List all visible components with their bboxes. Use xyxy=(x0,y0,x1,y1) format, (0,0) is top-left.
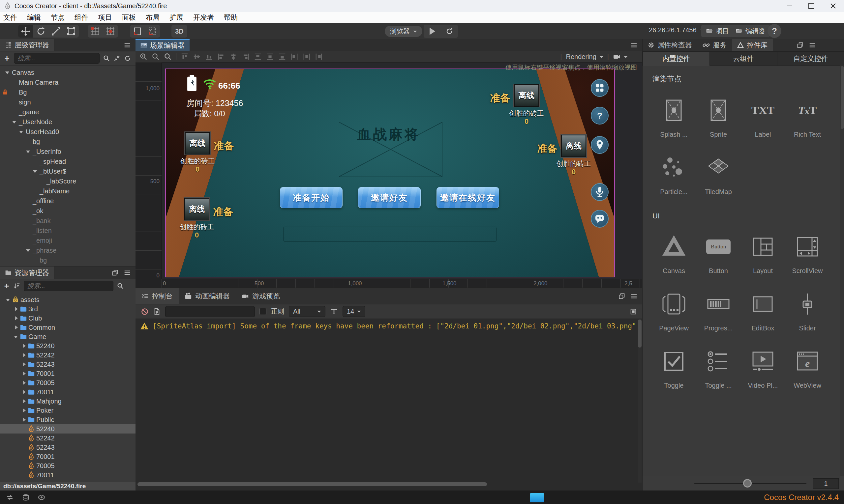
expand-arrow-icon[interactable] xyxy=(14,307,20,311)
asset-node-70005[interactable]: 70005 xyxy=(0,378,136,388)
align-tool-icon[interactable] xyxy=(229,53,237,60)
expand-arrow-icon[interactable] xyxy=(26,148,33,155)
console-vscrollbar[interactable] xyxy=(638,320,641,483)
game-mic-button[interactable] xyxy=(591,183,608,201)
hierarchy-node-btuser[interactable]: _btUser$ xyxy=(0,166,136,176)
hierarchy-node-canvas[interactable]: Canvas xyxy=(0,68,136,77)
hierarchy-node-bank[interactable]: _bank xyxy=(0,216,136,226)
hierarchy-node-emoji[interactable]: _emoji xyxy=(0,236,136,246)
hierarchy-node-game[interactable]: _game xyxy=(0,107,136,117)
scale-tool-button[interactable] xyxy=(49,25,64,38)
expand-arrow-icon[interactable] xyxy=(22,362,28,366)
clear-log-icon[interactable] xyxy=(141,308,149,316)
widget-item-label[interactable]: TXTLabel xyxy=(741,94,784,143)
align-tool-icon[interactable] xyxy=(291,53,298,60)
zoom-out-icon[interactable] xyxy=(152,53,159,60)
asset-node-52243[interactable]: 52243 xyxy=(0,360,136,369)
player-avatar[interactable]: 离线 xyxy=(514,84,539,107)
widget-item-sprite[interactable]: Sprite xyxy=(697,94,740,143)
hierarchy-node-offline[interactable]: _offline xyxy=(0,196,136,206)
gizmo-local-button[interactable] xyxy=(130,25,145,38)
hierarchy-node-phrase[interactable]: _phrase xyxy=(0,246,136,255)
align-tool-icon[interactable] xyxy=(193,53,201,60)
widget-item-editbox[interactable]: EditBox xyxy=(741,288,784,337)
expand-arrow-icon[interactable] xyxy=(22,409,28,412)
expand-arrow-icon[interactable] xyxy=(22,381,28,385)
menu-item[interactable]: 开发者 xyxy=(193,13,214,22)
tab-assets[interactable]: 资源管理器 xyxy=(0,267,54,279)
lock-icon[interactable] xyxy=(2,89,8,95)
align-tool-icon[interactable] xyxy=(303,53,311,60)
panel-menu-icon[interactable] xyxy=(124,269,131,276)
minimize-button[interactable] xyxy=(787,3,793,9)
subtab[interactable]: 云组件 xyxy=(710,51,777,66)
asset-node-mahjong[interactable]: Mahjong xyxy=(0,397,136,406)
menu-item[interactable]: 扩展 xyxy=(170,13,183,22)
player-avatar[interactable]: 离线 xyxy=(185,132,210,155)
move-tool-button[interactable] xyxy=(18,25,33,38)
hierarchy-node-listen[interactable]: _listen xyxy=(0,226,136,236)
search-icon[interactable] xyxy=(117,282,124,290)
widget-item-toggle[interactable]: Toggle xyxy=(652,345,695,394)
tab[interactable]: 动画编辑器 xyxy=(179,288,236,304)
asset-node-52240[interactable]: 52240 xyxy=(0,341,136,350)
align-tool-icon[interactable] xyxy=(315,53,323,60)
subtab[interactable]: 内置控件 xyxy=(642,51,710,66)
sync-icon[interactable] xyxy=(6,493,14,501)
expand-arrow-icon[interactable] xyxy=(14,334,20,340)
float-panel-icon[interactable] xyxy=(619,293,625,300)
console-filter-input[interactable] xyxy=(165,306,255,317)
game-location-button[interactable] xyxy=(591,136,608,154)
hierarchy-search-input[interactable] xyxy=(14,53,100,64)
align-tool-icon[interactable] xyxy=(266,53,274,60)
float-panel-icon[interactable] xyxy=(112,269,118,276)
eye-icon[interactable] xyxy=(38,493,46,501)
database-icon[interactable] xyxy=(22,493,30,501)
menu-item[interactable]: 组件 xyxy=(74,13,88,22)
create-node-button[interactable]: + xyxy=(3,53,11,64)
hierarchy-node-ok[interactable]: _ok xyxy=(0,206,136,216)
help-button[interactable]: ? xyxy=(768,24,781,38)
hierarchy-node-labscore[interactable]: _labScore xyxy=(0,176,136,186)
tab-scene-editor[interactable]: 场景编辑器 xyxy=(136,39,190,51)
slider-knob[interactable] xyxy=(743,479,752,488)
create-asset-button[interactable]: + xyxy=(3,281,10,291)
menu-item[interactable]: 项目 xyxy=(98,13,112,22)
search-icon[interactable] xyxy=(103,55,110,62)
asset-node-52243[interactable]: 52243 xyxy=(0,443,136,452)
hierarchy-node-bg[interactable]: bg xyxy=(0,137,136,147)
panel-menu-icon[interactable] xyxy=(809,41,816,49)
menu-item[interactable]: 节点 xyxy=(51,13,65,22)
asset-node-52242[interactable]: 52242 xyxy=(0,433,136,443)
hierarchy-node-bg[interactable]: Bg xyxy=(0,87,136,97)
hierarchy-node-userinfo[interactable]: _UserInfo xyxy=(0,147,136,157)
hierarchy-node-userhead0[interactable]: UserHead0 xyxy=(0,127,136,137)
asset-node-70011[interactable]: 70011 xyxy=(0,388,136,397)
asset-node-3rd[interactable]: 3rd xyxy=(0,304,136,313)
tab[interactable]: 控件库 xyxy=(732,39,773,51)
refresh-button[interactable] xyxy=(441,25,458,38)
menu-item[interactable]: 布局 xyxy=(146,13,159,22)
menu-item[interactable]: 编辑 xyxy=(27,13,41,22)
player-avatar[interactable]: 离线 xyxy=(184,198,209,220)
regex-checkbox[interactable] xyxy=(259,308,266,315)
expand-arrow-icon[interactable] xyxy=(14,325,20,329)
widget-item-video-pl[interactable]: Video Pl... xyxy=(741,345,784,394)
hierarchy-node-bg[interactable]: bg xyxy=(0,255,136,265)
widget-item-scrollview[interactable]: ScrollView xyxy=(786,231,829,280)
player-avatar[interactable]: 离线 xyxy=(561,135,586,157)
game-action-button[interactable]: 邀请好友 xyxy=(358,187,421,208)
widget-item-slider[interactable]: Slider xyxy=(786,288,829,337)
align-tool-icon[interactable] xyxy=(254,53,262,60)
asset-node-52242[interactable]: 52242 xyxy=(0,350,136,360)
zoom-reset-icon[interactable] xyxy=(164,53,172,60)
rect-tool-button[interactable] xyxy=(64,25,79,38)
widget-item-layout[interactable]: Layout xyxy=(741,231,784,280)
game-chat-button[interactable] xyxy=(591,210,608,228)
asset-node-club[interactable]: Club xyxy=(0,313,136,323)
widget-item-pageview[interactable]: PageView xyxy=(652,288,695,337)
render-mode-dropdown[interactable]: Rendering xyxy=(566,53,603,60)
open-log-icon[interactable] xyxy=(630,308,637,315)
game-grid-menu-button[interactable] xyxy=(591,79,608,97)
menu-item[interactable]: 文件 xyxy=(3,13,17,22)
